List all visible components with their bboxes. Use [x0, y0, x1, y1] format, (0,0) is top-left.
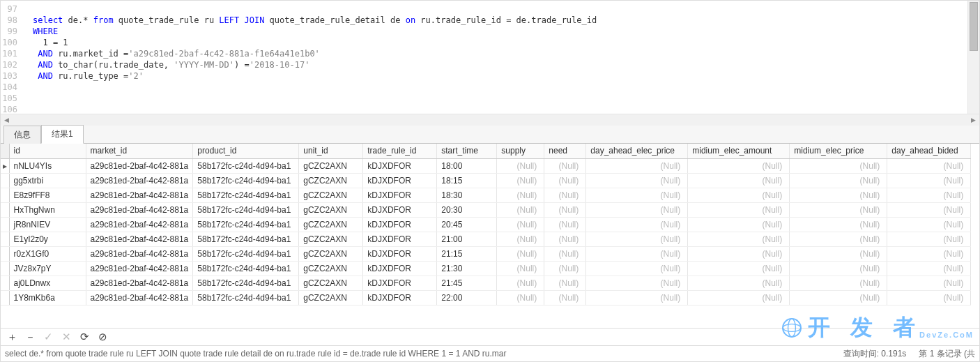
cell-id[interactable]: aj0LDnwx — [9, 276, 86, 290]
cell-trade_rule_id[interactable]: kDJXDFOR — [363, 158, 437, 173]
cell-product_id[interactable]: 58b172fc-c24d-4d94-ba1 — [193, 217, 299, 232]
cell-start_time[interactable]: 22:00 — [437, 290, 497, 305]
cell-day_ahead_bided[interactable]: (Null) — [887, 202, 971, 217]
table-row[interactable]: E1yI2z0ya29c81ed-2baf-4c42-881a58b172fc-… — [1, 232, 971, 246]
cell-unit_id[interactable]: gCZC2AXN — [299, 188, 363, 202]
cell-id[interactable]: JVz8x7pY — [9, 261, 86, 276]
cell-supply[interactable]: (Null) — [497, 173, 544, 188]
editor-vertical-scrollbar[interactable] — [967, 1, 979, 114]
cell-trade_rule_id[interactable]: kDJXDFOR — [363, 246, 437, 261]
discard-changes-button[interactable]: ✕ — [61, 331, 72, 343]
cell-need[interactable]: (Null) — [544, 202, 586, 217]
table-row[interactable]: r0zX1Gf0a29c81ed-2baf-4c42-881a58b172fc-… — [1, 246, 971, 261]
cell-start_time[interactable]: 21:30 — [437, 261, 497, 276]
cell-product_id[interactable]: 58b172fc-c24d-4d94-ba1 — [193, 232, 299, 246]
table-row[interactable]: ▸nNLU4YIsa29c81ed-2baf-4c42-881a58b172fc… — [1, 158, 971, 173]
cell-trade_rule_id[interactable]: kDJXDFOR — [363, 232, 437, 246]
cell-market_id[interactable]: a29c81ed-2baf-4c42-881a — [86, 232, 193, 246]
cell-start_time[interactable]: 20:30 — [437, 202, 497, 217]
cell-supply[interactable]: (Null) — [497, 158, 544, 173]
cell-midium_elec_amount[interactable]: (Null) — [688, 290, 790, 305]
cell-midium_elec_amount[interactable]: (Null) — [688, 158, 790, 173]
tab-result[interactable]: 结果1 — [41, 125, 84, 144]
cell-product_id[interactable]: 58b172fc-c24d-4d94-ba1 — [193, 246, 299, 261]
cell-start_time[interactable]: 18:15 — [437, 173, 497, 188]
cell-unit_id[interactable]: gCZC2AXN — [299, 246, 363, 261]
apply-changes-button[interactable]: ✓ — [43, 331, 54, 343]
column-header-start_time[interactable]: start_time — [437, 144, 497, 158]
cell-supply[interactable]: (Null) — [497, 202, 544, 217]
cell-supply[interactable]: (Null) — [497, 217, 544, 232]
cell-day_ahead_elec_price[interactable]: (Null) — [586, 202, 688, 217]
cell-need[interactable]: (Null) — [544, 246, 586, 261]
cell-need[interactable]: (Null) — [544, 232, 586, 246]
sql-editor[interactable]: 979899100101102103104105106 select de.* … — [1, 1, 979, 114]
cell-day_ahead_elec_price[interactable]: (Null) — [586, 261, 688, 276]
cell-need[interactable]: (Null) — [544, 276, 586, 290]
cell-need[interactable]: (Null) — [544, 158, 586, 173]
cell-start_time[interactable]: 21:00 — [437, 232, 497, 246]
cell-need[interactable]: (Null) — [544, 173, 586, 188]
cell-day_ahead_elec_price[interactable]: (Null) — [586, 290, 688, 305]
cell-day_ahead_elec_price[interactable]: (Null) — [586, 232, 688, 246]
column-header-midium_elec_price[interactable]: midium_elec_price — [790, 144, 887, 158]
cell-product_id[interactable]: 58b172fc-c24d-4d94-ba1 — [193, 158, 299, 173]
cell-midium_elec_price[interactable]: (Null) — [790, 290, 887, 305]
scroll-right-icon[interactable]: ▶ — [967, 114, 979, 126]
cell-day_ahead_bided[interactable]: (Null) — [887, 173, 971, 188]
cell-midium_elec_price[interactable]: (Null) — [790, 232, 887, 246]
cell-trade_rule_id[interactable]: kDJXDFOR — [363, 261, 437, 276]
cell-midium_elec_amount[interactable]: (Null) — [688, 261, 790, 276]
cell-midium_elec_amount[interactable]: (Null) — [688, 202, 790, 217]
table-row[interactable]: 1Y8mKb6aa29c81ed-2baf-4c42-881a58b172fc-… — [1, 290, 971, 305]
table-row[interactable]: jR8nNIEVa29c81ed-2baf-4c42-881a58b172fc-… — [1, 217, 971, 232]
cell-product_id[interactable]: 58b172fc-c24d-4d94-ba1 — [193, 276, 299, 290]
sql-code-body[interactable]: select de.* from quote_trade_rule ru LEF… — [22, 1, 967, 114]
cell-day_ahead_elec_price[interactable]: (Null) — [586, 276, 688, 290]
cell-unit_id[interactable]: gCZC2AXN — [299, 158, 363, 173]
cell-id[interactable]: 1Y8mKb6a — [9, 290, 86, 305]
cell-market_id[interactable]: a29c81ed-2baf-4c42-881a — [86, 261, 193, 276]
cell-start_time[interactable]: 18:30 — [437, 188, 497, 202]
column-header-trade_rule_id[interactable]: trade_rule_id — [363, 144, 437, 158]
table-row[interactable]: E8z9fFF8a29c81ed-2baf-4c42-881a58b172fc-… — [1, 188, 971, 202]
cell-product_id[interactable]: 58b172fc-c24d-4d94-ba1 — [193, 202, 299, 217]
cell-trade_rule_id[interactable]: kDJXDFOR — [363, 202, 437, 217]
editor-horizontal-scrollbar[interactable]: ◀ ▶ — [1, 114, 979, 126]
cell-trade_rule_id[interactable]: kDJXDFOR — [363, 217, 437, 232]
cell-trade_rule_id[interactable]: kDJXDFOR — [363, 290, 437, 305]
cell-market_id[interactable]: a29c81ed-2baf-4c42-881a — [86, 290, 193, 305]
cell-unit_id[interactable]: gCZC2AXN — [299, 261, 363, 276]
column-header-day_ahead_bided[interactable]: day_ahead_bided — [887, 144, 971, 158]
cell-market_id[interactable]: a29c81ed-2baf-4c42-881a — [86, 246, 193, 261]
cell-start_time[interactable]: 18:00 — [437, 158, 497, 173]
cell-market_id[interactable]: a29c81ed-2baf-4c42-881a — [86, 158, 193, 173]
cell-product_id[interactable]: 58b172fc-c24d-4d94-ba1 — [193, 261, 299, 276]
column-header-day_ahead_elec_price[interactable]: day_ahead_elec_price — [586, 144, 688, 158]
cell-start_time[interactable]: 20:45 — [437, 217, 497, 232]
column-header-midium_elec_amount[interactable]: midium_elec_amount — [688, 144, 790, 158]
cell-day_ahead_bided[interactable]: (Null) — [887, 158, 971, 173]
tab-info[interactable]: 信息 — [3, 126, 41, 144]
cell-day_ahead_elec_price[interactable]: (Null) — [586, 188, 688, 202]
refresh-button[interactable]: ⟳ — [79, 331, 90, 343]
cell-id[interactable]: HxThgNwn — [9, 202, 86, 217]
cell-trade_rule_id[interactable]: kDJXDFOR — [363, 188, 437, 202]
column-header-product_id[interactable]: product_id — [193, 144, 299, 158]
cell-midium_elec_price[interactable]: (Null) — [790, 276, 887, 290]
cell-supply[interactable]: (Null) — [497, 188, 544, 202]
cell-day_ahead_elec_price[interactable]: (Null) — [586, 217, 688, 232]
cell-unit_id[interactable]: gCZC2AXN — [299, 217, 363, 232]
cell-need[interactable]: (Null) — [544, 261, 586, 276]
cell-unit_id[interactable]: gCZC2AXN — [299, 202, 363, 217]
cell-id[interactable]: gg5xtrbi — [9, 173, 86, 188]
stop-button[interactable]: ⊘ — [97, 331, 108, 343]
delete-row-button[interactable]: － — [24, 331, 36, 344]
cell-market_id[interactable]: a29c81ed-2baf-4c42-881a — [86, 173, 193, 188]
cell-id[interactable]: E1yI2z0y — [9, 232, 86, 246]
cell-supply[interactable]: (Null) — [497, 246, 544, 261]
cell-midium_elec_price[interactable]: (Null) — [790, 188, 887, 202]
cell-day_ahead_bided[interactable]: (Null) — [887, 188, 971, 202]
cell-trade_rule_id[interactable]: kDJXDFOR — [363, 173, 437, 188]
cell-day_ahead_bided[interactable]: (Null) — [887, 232, 971, 246]
